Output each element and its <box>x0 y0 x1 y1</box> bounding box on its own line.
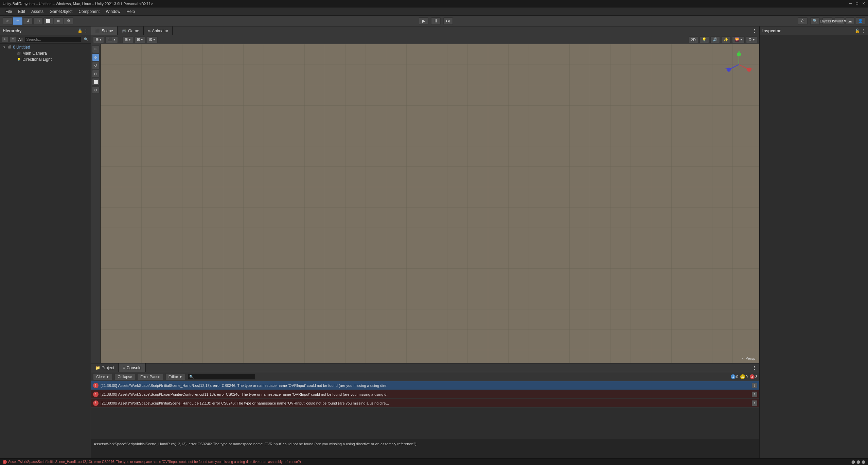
status-bar: ! Assets\WorkSpace\Script\InitialScene_H… <box>0 458 868 465</box>
close-btn[interactable]: ✕ <box>862 1 865 6</box>
hierarchy-item-main-camera[interactable]: 🎥 Main Camera <box>0 50 91 56</box>
tool-move[interactable]: ✛ <box>13 17 22 25</box>
msg-count-2: 1 <box>752 400 757 406</box>
scene-fx-btn[interactable]: ✨ <box>721 36 731 43</box>
menu-edit[interactable]: Edit <box>15 8 28 15</box>
msg-count-0: 1 <box>752 383 757 388</box>
hierarchy-header-icons: 🔓 ⋮ <box>77 29 88 33</box>
step-button[interactable]: ⏭ <box>443 17 453 25</box>
tab-game[interactable]: 🎮 Game <box>118 26 144 35</box>
left-tool-move[interactable]: ✛ <box>92 54 100 61</box>
left-tool-custom[interactable]: ⚙ <box>92 86 100 94</box>
message-text-1: [21:38:00] Assets\WorkSpace\Script\Laser… <box>101 392 750 396</box>
msg-count-1: 1 <box>752 392 757 397</box>
hierarchy-menu-icon[interactable]: ⋮ <box>84 29 88 33</box>
menu-assets[interactable]: Assets <box>29 8 46 15</box>
tab-project[interactable]: 📁 Project <box>91 363 119 372</box>
maximize-btn[interactable]: □ <box>856 1 858 6</box>
tool-rotate[interactable]: ↺ <box>23 17 33 25</box>
history-btn[interactable]: ⏱ <box>798 17 808 25</box>
play-button[interactable]: ▶ <box>419 17 428 25</box>
clear-button[interactable]: Clear ▼ <box>93 373 112 380</box>
scene-tab-icon: ⬛ <box>95 29 100 33</box>
tool-scale[interactable]: ⊡ <box>33 17 43 25</box>
hierarchy-item-untitled[interactable]: ▼ 🎬 6 Untitled <box>0 44 91 50</box>
console-message-2[interactable]: ! [21:38:00] Assets\WorkSpace\Script\Ini… <box>91 399 759 408</box>
hierarchy-item-label: Directional Light <box>22 57 52 62</box>
error-pause-button[interactable]: Error Pause <box>137 373 163 380</box>
tab-scene[interactable]: ⬛ Scene <box>91 26 118 35</box>
cloud-btn[interactable]: ☁ <box>846 17 854 25</box>
hierarchy-search[interactable] <box>24 36 81 42</box>
scene-audio-btn[interactable]: 🔊 <box>710 36 720 43</box>
inspector-lock-icon[interactable]: 🔓 <box>855 29 860 33</box>
scene-skybox-btn[interactable]: 🌄 ▾ <box>732 36 745 43</box>
scene-options-icon[interactable]: ⋮ <box>752 28 757 33</box>
menu-file[interactable]: File <box>3 8 15 15</box>
status-error-icon: ! <box>3 460 7 464</box>
layout-dropdown[interactable]: Layout ▼ <box>835 17 844 25</box>
menu-window[interactable]: Window <box>103 8 123 15</box>
hierarchy-search-icon[interactable]: 🔍 <box>83 36 89 42</box>
scene-gizmos-btn[interactable]: ⚙ ▾ <box>746 36 757 43</box>
hierarchy-header: Hierarchy 🔓 ⋮ <box>0 26 91 35</box>
tab-animator[interactable]: ∞ Animator <box>144 26 173 35</box>
minimize-btn[interactable]: ─ <box>849 1 852 6</box>
scene-transform-btn[interactable]: ⊞ ▾ <box>122 36 133 43</box>
hierarchy-item-label: Main Camera <box>22 51 47 56</box>
status-text: Assets\WorkSpace\Script\InitialScene_Han… <box>8 460 301 464</box>
tab-console[interactable]: ≡ Console <box>119 363 146 372</box>
hierarchy-lock-icon[interactable]: 🔓 <box>77 29 83 33</box>
app-title: Unity-BallRabyrinth – Untitled – Windows… <box>3 2 153 6</box>
hierarchy-add-btn[interactable]: + <box>1 36 8 42</box>
hierarchy-item-directional-light[interactable]: 💡 Directional Light <box>0 56 91 62</box>
warn-count[interactable]: ⚠ 0 <box>740 374 748 379</box>
svg-text:Z: Z <box>725 68 727 71</box>
inspector-menu-icon[interactable]: ⋮ <box>861 29 865 33</box>
layers-dropdown[interactable]: Layers ▼ <box>822 17 832 25</box>
tool-custom[interactable]: ⚙ <box>64 17 73 25</box>
scene-icon: 🎬 <box>7 45 12 50</box>
menu-component[interactable]: Component <box>76 8 102 15</box>
status-icon-3[interactable]: ⬤ <box>862 460 865 464</box>
left-tool-hand[interactable]: ☞ <box>92 46 100 53</box>
console-message-1[interactable]: ! [21:38:00] Assets\WorkSpace\Script\Las… <box>91 390 759 399</box>
left-tool-scale[interactable]: ⊡ <box>92 70 100 77</box>
status-icon-2[interactable]: ⬤ <box>856 460 860 464</box>
center-area: ⬛ Scene 🎮 Game ∞ Animator ⋮ ⊞ ▾ ⬛ ▾ ⊞ ▾ … <box>91 26 759 458</box>
left-tool-rotate[interactable]: ↺ <box>92 62 100 69</box>
tool-hand[interactable]: ☞ <box>3 17 12 25</box>
sep1 <box>120 37 120 42</box>
error-count[interactable]: ℹ 0 <box>731 374 738 379</box>
inspector-panel: Inspector 🔓 ⋮ <box>759 26 868 458</box>
scene-render-btn[interactable]: ⬛ ▾ <box>105 36 118 43</box>
scene-2d-btn[interactable]: 2D <box>689 36 698 43</box>
menu-help[interactable]: Help <box>124 8 138 15</box>
scene-gizmo-btn[interactable]: ⊞ ▾ <box>93 36 104 43</box>
persp-label: < Persp <box>742 356 755 360</box>
editor-dropdown[interactable]: Editor ▼ <box>165 373 186 380</box>
inspector-header: Inspector 🔓 ⋮ <box>760 26 868 35</box>
log-count[interactable]: 3 3 <box>750 374 757 379</box>
status-icon-1[interactable]: ⬤ <box>851 460 855 464</box>
warn-dot: ⚠ <box>740 374 745 379</box>
console-message-0[interactable]: ! [21:38:00] Assets\WorkSpace\Script\Ini… <box>91 381 759 390</box>
scene-gizmo[interactable]: Y X Z <box>725 51 752 78</box>
scene-grid-btn[interactable]: ⊞ ▾ <box>135 36 145 43</box>
hierarchy-sort-btn[interactable]: ≡ <box>10 36 16 42</box>
tool-transform[interactable]: ⊞ <box>54 17 63 25</box>
scene-snap-btn[interactable]: ⊠ ▾ <box>147 36 158 43</box>
collapse-button[interactable]: Collapse <box>114 373 135 380</box>
scene-lighting-btn[interactable]: 💡 <box>699 36 709 43</box>
left-tool-rect[interactable]: ⬜ <box>92 78 100 86</box>
menu-gameobject[interactable]: GameObject <box>47 8 75 15</box>
bottom-panel-menu[interactable]: ⋮ <box>752 365 757 370</box>
console-tab-icon: ≡ <box>123 365 125 370</box>
search-btn[interactable]: 🔍 <box>810 17 820 25</box>
message-text-2: [21:38:00] Assets\WorkSpace\Script\Initi… <box>101 401 750 405</box>
tool-rect[interactable]: ⬜ <box>43 17 53 25</box>
console-search[interactable] <box>188 374 255 380</box>
pause-button[interactable]: ⏸ <box>431 17 441 25</box>
account-btn[interactable]: 👤 <box>856 17 865 25</box>
svg-text:Y: Y <box>738 51 740 54</box>
